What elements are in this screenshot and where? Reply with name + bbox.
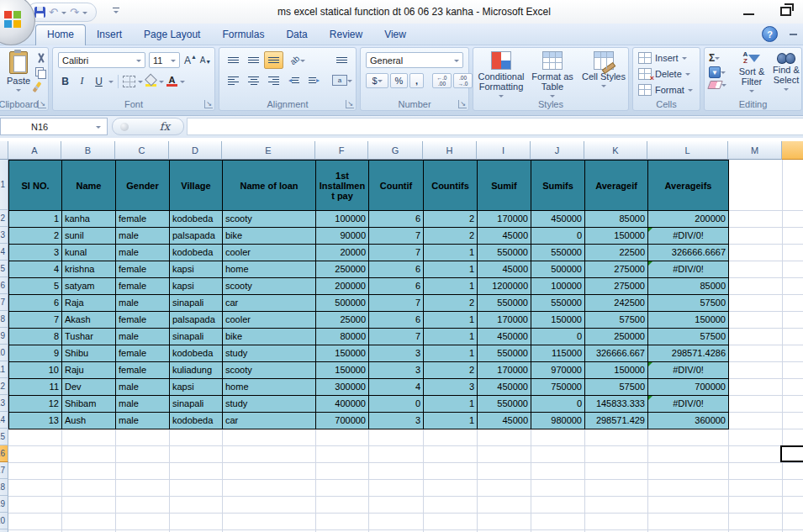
- table-cell[interactable]: female: [116, 211, 169, 227]
- table-cell[interactable]: 1: [424, 245, 477, 261]
- table-cell[interactable]: 115000: [531, 345, 584, 361]
- table-cell[interactable]: male: [116, 295, 169, 311]
- table-header-cell[interactable]: Village: [170, 161, 222, 210]
- row-header-7[interactable]: 7: [0, 294, 8, 311]
- table-cell[interactable]: kodobeda: [170, 345, 222, 361]
- row-header-4[interactable]: 4: [0, 244, 8, 261]
- borders-icon[interactable]: [123, 76, 135, 87]
- table-cell[interactable]: cooler: [223, 245, 315, 261]
- table-cell[interactable]: 57500: [585, 379, 647, 395]
- table-cell[interactable]: 150000: [585, 228, 647, 244]
- column-header-N[interactable]: N: [782, 141, 803, 160]
- table-cell[interactable]: 45000: [478, 413, 531, 429]
- table-cell[interactable]: 550000: [478, 396, 531, 412]
- table-cell[interactable]: 100000: [531, 278, 584, 294]
- decrease-indent-icon[interactable]: ◂: [284, 71, 304, 89]
- table-cell[interactable]: 2: [424, 362, 477, 378]
- table-cell[interactable]: 450000: [478, 329, 531, 345]
- paste-button[interactable]: Paste: [3, 51, 34, 92]
- table-header-cell[interactable]: Name of loan: [223, 161, 315, 210]
- underline-button[interactable]: U: [92, 73, 106, 89]
- table-cell[interactable]: 6: [369, 278, 423, 294]
- table-cell[interactable]: 7: [369, 228, 423, 244]
- table-header-cell[interactable]: Averageif: [585, 161, 647, 210]
- table-cell[interactable]: 2: [9, 228, 61, 244]
- row-header-3[interactable]: 3: [0, 227, 8, 244]
- table-cell[interactable]: 57500: [648, 295, 728, 311]
- table-cell[interactable]: male: [116, 396, 169, 412]
- increase-indent-icon[interactable]: ▸: [304, 71, 324, 89]
- row-header-11[interactable]: 11: [0, 361, 8, 378]
- table-cell[interactable]: 750000: [531, 379, 584, 395]
- table-cell[interactable]: 45000: [478, 228, 531, 244]
- table-cell[interactable]: 6: [369, 261, 423, 277]
- table-cell[interactable]: kodobeda: [170, 413, 222, 429]
- table-cell[interactable]: 326666.6667: [648, 245, 728, 261]
- table-cell[interactable]: 6: [9, 295, 61, 311]
- table-cell[interactable]: male: [116, 329, 169, 345]
- align-left-button[interactable]: [224, 71, 243, 89]
- table-cell[interactable]: palsapada: [170, 312, 222, 328]
- table-cell[interactable]: 13: [9, 413, 61, 429]
- column-header-G[interactable]: G: [368, 141, 423, 160]
- table-header-cell[interactable]: Name: [62, 161, 115, 210]
- decrease-decimal-button[interactable]: .00 →.0: [453, 73, 473, 88]
- editing-button-sort-filter[interactable]: AZSort & Filter: [735, 51, 769, 93]
- table-cell[interactable]: 80000: [316, 329, 368, 345]
- table-header-cell[interactable]: Gender: [116, 161, 169, 210]
- merge-center-icon[interactable]: a: [329, 71, 356, 89]
- clear-button[interactable]: [709, 81, 726, 89]
- row-header-8[interactable]: 8: [0, 311, 8, 328]
- table-cell[interactable]: scooty: [223, 278, 315, 294]
- table-cell[interactable]: kuliadung: [170, 362, 222, 378]
- table-cell[interactable]: male: [116, 245, 169, 261]
- redo-icon[interactable]: ↷: [70, 7, 79, 18]
- row-header-17[interactable]: 17: [0, 462, 8, 479]
- table-cell[interactable]: 1: [424, 396, 477, 412]
- tab-insert[interactable]: Insert: [86, 25, 133, 45]
- table-header-cell[interactable]: 1st Installment pay: [316, 161, 368, 210]
- cut-icon[interactable]: [35, 53, 46, 64]
- row-header-6[interactable]: 6: [0, 277, 8, 294]
- table-cell[interactable]: 2: [424, 228, 477, 244]
- column-header-K[interactable]: K: [584, 141, 647, 160]
- clipboard-dialog-launcher-icon[interactable]: ↘: [38, 100, 46, 108]
- table-cell[interactable]: 550000: [478, 295, 531, 311]
- cells-button-format[interactable]: Format: [638, 84, 693, 96]
- undo-dropdown-icon[interactable]: [61, 12, 66, 17]
- copy-icon[interactable]: [35, 67, 45, 78]
- table-cell[interactable]: 0: [531, 329, 584, 345]
- table-cell[interactable]: #DIV/0!: [648, 261, 728, 277]
- fill-button[interactable]: ▼: [709, 66, 726, 78]
- font-dialog-launcher-icon[interactable]: ↘: [204, 100, 213, 108]
- table-cell[interactable]: 3: [369, 345, 423, 361]
- cells-button-delete[interactable]: ×Delete: [638, 68, 690, 80]
- table-cell[interactable]: 7: [369, 329, 423, 345]
- table-header-cell[interactable]: Sumif: [478, 161, 531, 210]
- table-cell[interactable]: 6: [369, 312, 423, 328]
- table-cell[interactable]: male: [116, 413, 169, 429]
- wrap-text-icon[interactable]: [332, 51, 351, 69]
- table-cell[interactable]: 45000: [478, 261, 531, 277]
- increase-decimal-button[interactable]: ←.0 .00: [432, 73, 452, 88]
- row-header-1[interactable]: 1: [0, 160, 8, 210]
- table-cell[interactable]: 170000: [478, 362, 531, 378]
- number-format-select[interactable]: General: [366, 52, 463, 68]
- styles-button-format-as-table[interactable]: Format as Table: [528, 51, 577, 98]
- row-header-15[interactable]: 15: [0, 429, 8, 445]
- table-cell[interactable]: 450000: [478, 379, 531, 395]
- column-header-M[interactable]: M: [728, 141, 782, 160]
- tab-view[interactable]: View: [373, 25, 417, 45]
- table-cell[interactable]: Raju: [62, 362, 115, 378]
- row-header-10[interactable]: 10: [0, 345, 8, 361]
- table-cell[interactable]: 400000: [316, 396, 368, 412]
- table-cell[interactable]: kunal: [62, 245, 115, 261]
- table-cell[interactable]: satyam: [62, 278, 115, 294]
- autosum-button[interactable]: Σ: [709, 52, 726, 64]
- table-cell[interactable]: #DIV/0!: [648, 362, 728, 378]
- table-cell[interactable]: sinapali: [170, 396, 222, 412]
- table-cell[interactable]: 22500: [585, 245, 647, 261]
- table-cell[interactable]: 7: [369, 245, 423, 261]
- table-cell[interactable]: 250000: [585, 329, 647, 345]
- table-cell[interactable]: 1: [9, 211, 61, 227]
